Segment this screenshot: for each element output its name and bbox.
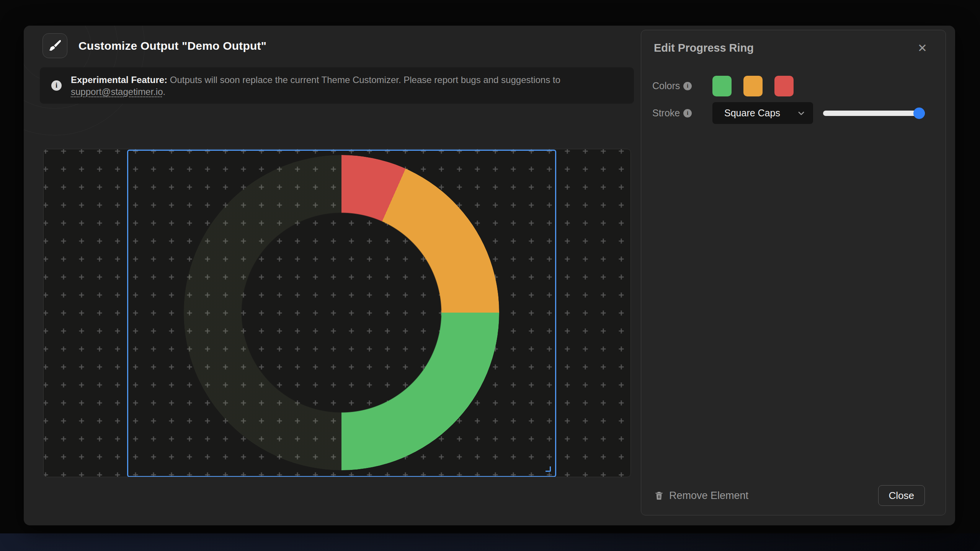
resize-handle-icon[interactable] — [546, 466, 551, 472]
colors-label: Colors i — [652, 80, 712, 91]
banner-text: Experimental Feature: Outputs will soon … — [71, 74, 560, 98]
app-background-strip — [0, 533, 980, 551]
stroke-width-slider[interactable] — [823, 108, 925, 119]
info-icon: i — [51, 80, 62, 91]
banner-message: Outputs will soon replace the current Th… — [167, 75, 560, 85]
remove-element-button[interactable]: Remove Element — [654, 490, 748, 502]
modal-header: Customize Output "Demo Output" — [42, 33, 266, 58]
slider-track[interactable] — [823, 111, 925, 116]
slider-thumb[interactable] — [913, 108, 925, 119]
chevron-down-icon — [797, 109, 805, 117]
stroke-label: Stroke i — [652, 108, 712, 119]
edit-progress-ring-panel: Edit Progress Ring ✕ Colors i Stroke i S… — [641, 30, 946, 515]
colors-row: Colors i — [652, 75, 925, 97]
output-preview-canvas[interactable] — [43, 149, 631, 477]
banner-bold: Experimental Feature: — [71, 75, 167, 85]
close-icon[interactable]: ✕ — [918, 42, 927, 54]
modal-title: Customize Output "Demo Output" — [78, 39, 266, 52]
dropdown-value: Square Caps — [724, 108, 780, 119]
color-swatch[interactable] — [712, 76, 732, 96]
experimental-feature-banner: i Experimental Feature: Outputs will soo… — [40, 67, 634, 104]
colors-info-icon[interactable]: i — [683, 82, 692, 90]
support-email-link[interactable]: support@stagetimer.io — [71, 86, 163, 97]
paintbrush-icon — [42, 33, 67, 58]
element-selection-box[interactable] — [127, 150, 556, 477]
color-swatches — [712, 76, 794, 96]
color-swatch[interactable] — [743, 76, 763, 96]
trash-icon — [654, 491, 664, 501]
banner-period: . — [163, 86, 165, 97]
stroke-info-icon[interactable]: i — [683, 109, 692, 117]
stroke-style-dropdown[interactable]: Square Caps — [712, 102, 813, 124]
color-swatch[interactable] — [774, 76, 794, 96]
panel-title: Edit Progress Ring — [654, 42, 754, 54]
panel-header: Edit Progress Ring ✕ — [654, 42, 927, 54]
remove-element-label: Remove Element — [669, 490, 748, 502]
close-button[interactable]: Close — [878, 485, 925, 506]
stroke-row: Stroke i Square Caps — [652, 102, 925, 124]
panel-footer: Remove Element Close — [654, 485, 925, 506]
